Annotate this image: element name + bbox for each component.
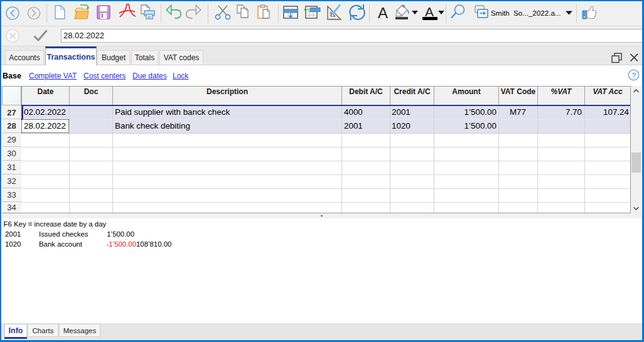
svg-text:A: A xyxy=(425,4,434,19)
svg-text:?: ? xyxy=(631,71,636,80)
svg-text:A: A xyxy=(378,4,388,21)
